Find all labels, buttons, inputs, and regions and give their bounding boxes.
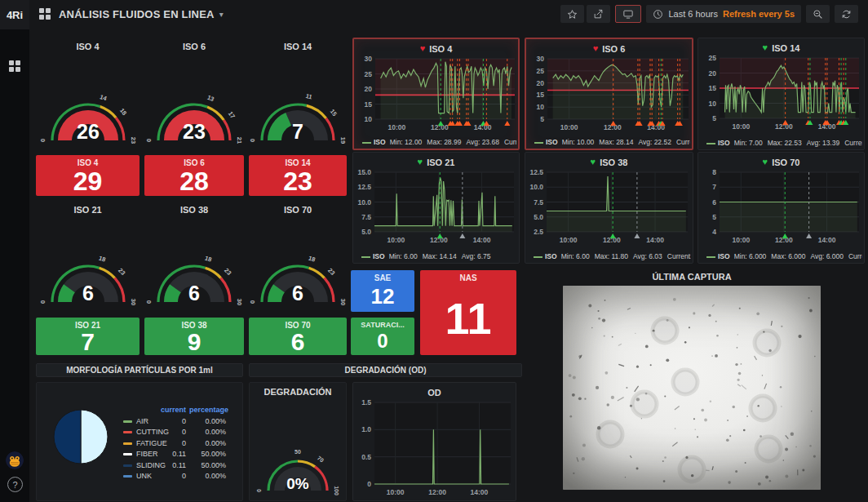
stat-panel-saturaci[interactable]: SATURACI...0 — [351, 318, 414, 355]
svg-text:15: 15 — [365, 100, 373, 109]
svg-text:10:00: 10:00 — [560, 236, 578, 244]
svg-text:8: 8 — [712, 168, 716, 176]
zoom-out-button[interactable] — [806, 5, 830, 23]
tv-mode-button[interactable] — [615, 5, 641, 23]
clock-icon — [653, 9, 663, 20]
stat-panel-iso-6[interactable]: ISO 628 — [144, 155, 244, 196]
morfologia-col-current: current — [147, 406, 186, 414]
chevron-down-icon[interactable]: ▾ — [219, 10, 224, 19]
pie-slice-fiber — [81, 410, 108, 464]
gauge-title[interactable]: ISO 4 — [36, 42, 140, 51]
svg-text:12.5: 12.5 — [357, 183, 371, 191]
ultima-captura-title[interactable]: ÚLTIMA CAPTURA — [563, 272, 821, 282]
legend-stat-max: Max: 22.53 — [768, 139, 802, 147]
legend-stat-max: Max: 11.80 — [595, 252, 628, 260]
chart-panel-iso6: ♥ISO 65101520253010:0012:0014:00ISOMin: … — [525, 38, 693, 150]
chart-panel-iso4: ♥ISO 4101520253010:0012:0014:00ISOMin: 1… — [352, 38, 520, 150]
legend-stat-avg: Avg: 6.000 — [810, 252, 844, 260]
chart-legend: ISOMin: 12.00Max: 28.99Avg: 23.68Current… — [362, 138, 516, 146]
svg-text:7: 7 — [292, 120, 303, 143]
legend-series-name[interactable]: ISO — [546, 138, 558, 146]
stat-panel-iso-38[interactable]: ISO 389 — [144, 318, 244, 355]
legend-series-name[interactable]: ISO — [718, 139, 730, 147]
dashboard-grid-icon[interactable] — [39, 8, 51, 20]
dashboards-icon[interactable] — [9, 60, 20, 72]
legend-series-name[interactable]: ISO — [718, 252, 730, 260]
gauge-title[interactable]: ISO 14 — [249, 42, 347, 51]
morfologia-pie-chart[interactable] — [53, 409, 108, 464]
refresh-icon — [841, 9, 852, 20]
morfologia-swatch-sliding — [123, 464, 132, 467]
legend-series-name[interactable]: ISO — [545, 252, 557, 260]
stat-panel-iso-14[interactable]: ISO 1423 — [249, 155, 347, 196]
morfologia-current-cutting: 0 — [147, 428, 186, 436]
org-logo[interactable]: 4Ri — [0, 0, 29, 29]
gauge-title[interactable]: ISO 70 — [249, 205, 347, 215]
share-icon — [593, 9, 604, 20]
chart-plot-iso4[interactable]: 101520253010:0012:0014:00 — [354, 39, 521, 152]
svg-text:11: 11 — [305, 92, 313, 101]
svg-text:4: 4 — [712, 228, 716, 236]
legend-stat-current: Current: 6.00 — [667, 252, 691, 260]
gauge-panel-iso-6: ISO 6013172123 — [144, 38, 244, 152]
gauge-title[interactable]: ISO 6 — [144, 42, 244, 51]
svg-text:25: 25 — [365, 70, 373, 78]
svg-text:14: 14 — [99, 93, 108, 103]
svg-text:25: 25 — [709, 54, 717, 62]
time-range-button[interactable]: Last 6 hours Refresh every 5s — [646, 5, 801, 23]
morfologia-percentage-fatigue: 0.00% — [189, 439, 226, 447]
svg-text:0: 0 — [249, 300, 256, 304]
svg-text:5: 5 — [540, 115, 544, 123]
user-avatar[interactable] — [6, 451, 24, 469]
legend-series-name[interactable]: ISO — [373, 252, 385, 260]
legend-stat-avg: Avg: 22.52 — [638, 138, 671, 146]
svg-text:5.0: 5.0 — [361, 228, 371, 236]
svg-text:10.0: 10.0 — [529, 183, 543, 191]
chart-plot-iso38[interactable]: 2.55.07.510.012.510:0012:0014:00 — [525, 153, 694, 264]
share-button[interactable] — [587, 5, 610, 23]
svg-text:0: 0 — [367, 480, 371, 488]
gauge-panel-iso-4: ISO 4014182326 — [36, 38, 140, 152]
svg-text:30: 30 — [365, 55, 373, 63]
gauge-panel-iso-38: ISO 3801823306 — [144, 201, 244, 313]
stat-panel-nas[interactable]: NAS11 — [420, 270, 516, 355]
morfologia-percentage-unk: 0.00% — [189, 472, 226, 480]
stat-panel-iso-4[interactable]: ISO 429 — [36, 155, 140, 196]
svg-text:23: 23 — [326, 267, 336, 277]
stat-value: 7 — [81, 328, 95, 355]
chart-plot-od[interactable]: 00.51.01.510:0012:0014:00 — [353, 383, 517, 502]
chart-plot-iso70[interactable]: 4567810:0012:0014:00 — [698, 153, 866, 264]
svg-text:0: 0 — [145, 139, 153, 142]
star-button[interactable] — [560, 5, 584, 23]
chart-legend: ISOMin: 10.00Max: 28.14Avg: 22.52Current… — [534, 138, 690, 146]
morfologia-swatch-unk — [123, 475, 132, 478]
gauge-panel-iso-14: ISO 1401115197 — [249, 38, 347, 152]
gauge-title[interactable]: ISO 38 — [144, 205, 244, 215]
dashboard-title[interactable]: ANÁLISIS FLUIDOS EN LINEA — [59, 8, 215, 20]
stat-value: 0 — [377, 327, 388, 355]
gauge-title[interactable]: ISO 21 — [36, 205, 140, 215]
svg-text:23: 23 — [223, 267, 232, 277]
svg-text:6: 6 — [292, 282, 303, 304]
legend-stat-min: Min: 6.000 — [734, 252, 767, 260]
legend-stat-current: Current: 27.2 — [504, 138, 516, 146]
chart-plot-iso6[interactable]: 5101520253010:0012:0014:00 — [526, 39, 695, 152]
stat-panel-iso-21[interactable]: ISO 217 — [36, 318, 140, 355]
stat-panel-iso-70[interactable]: ISO 706 — [249, 318, 347, 355]
chart-plot-iso21[interactable]: 5.07.510.012.515.010:0012:0014:00 — [353, 153, 520, 264]
morfologia-percentage-air: 0.00% — [189, 417, 226, 425]
refresh-button[interactable] — [835, 5, 858, 23]
row-header-morfologia[interactable]: MORFOLOGÍA PARTÍCULAS POR 1ml — [36, 363, 243, 377]
row-header-degradacion-od[interactable]: DEGRADACIÓN (OD) — [249, 363, 522, 377]
svg-text:15: 15 — [329, 108, 339, 118]
morfologia-percentage-fiber: 50.00% — [189, 450, 226, 458]
help-icon[interactable]: ? — [7, 477, 23, 492]
legend-series-swatch — [706, 143, 715, 144]
chart-plot-iso14[interactable]: 51015202510:0012:0014:00 — [698, 38, 866, 151]
gauge-title[interactable]: DEGRADACIÓN — [250, 387, 346, 397]
stat-panel-sae[interactable]: SAE12 — [351, 270, 414, 312]
legend-series-name[interactable]: ISO — [374, 138, 386, 146]
svg-text:6: 6 — [712, 198, 716, 207]
svg-text:19: 19 — [339, 137, 347, 144]
refresh-interval-label: Refresh every 5s — [723, 9, 795, 19]
